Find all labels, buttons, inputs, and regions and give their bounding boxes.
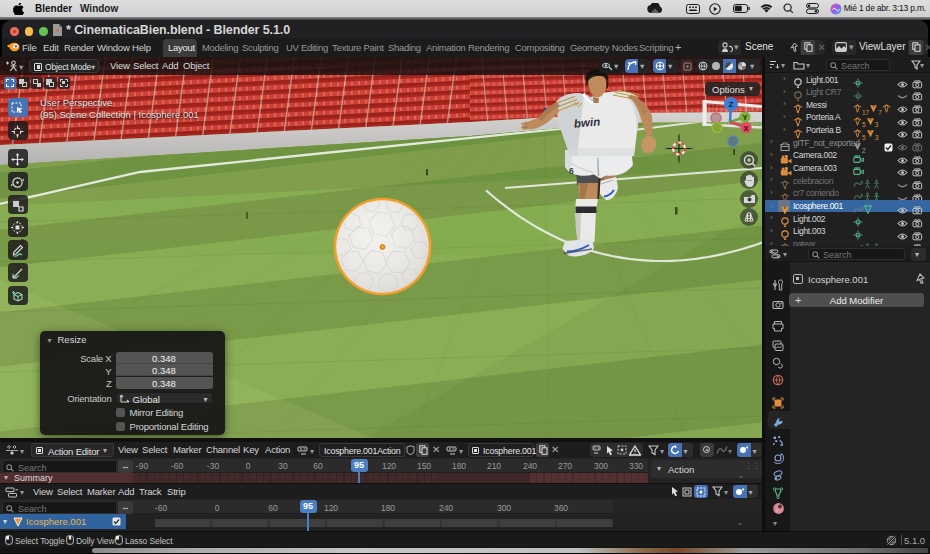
svg-text:bwin: bwin [573, 115, 600, 129]
svg-text:6: 6 [569, 166, 574, 176]
svg-text:Y: Y [742, 113, 747, 122]
svg-text:X: X [743, 124, 748, 133]
svg-text:Z: Z [729, 100, 734, 109]
